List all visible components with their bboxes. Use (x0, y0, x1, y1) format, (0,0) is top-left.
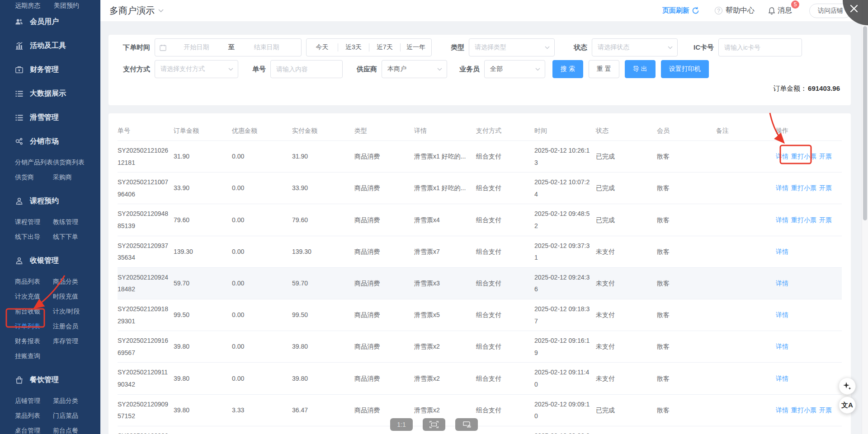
sidebar-item-分销产品列表[interactable]: 分销产品列表 (15, 155, 53, 170)
fit-screen-button[interactable] (423, 418, 445, 431)
invoice-link[interactable]: 开票 (819, 216, 832, 224)
table-row: SY2025021210261218131.900.0031.90商品消费滑雪票… (118, 140, 842, 172)
bigdata-icon (15, 89, 24, 98)
quick-range-今天[interactable]: 今天 (307, 43, 338, 51)
messages-button[interactable]: 消息 5 (768, 6, 792, 15)
sidebar-item-前台收银[interactable]: 前台收银 (15, 304, 53, 319)
ic-card-input[interactable] (718, 38, 802, 56)
cell-paid: 39.80 (292, 337, 354, 356)
sidebar-item-计次充值[interactable]: 计次充值 (15, 289, 53, 304)
cell-member: 散客 (657, 274, 716, 293)
sidebar-link-远期房态[interactable]: 远期房态 (15, 2, 40, 10)
sidebar-section-大数据展示[interactable]: 大数据展示 (0, 82, 100, 106)
sidebar-item-桌台管理[interactable]: 桌台管理 (15, 423, 53, 434)
sidebar-section-收银管理[interactable]: 收银管理 (0, 249, 100, 273)
sidebar-section-会员用户[interactable]: 会员用户 (0, 10, 100, 34)
quick-range-近7天[interactable]: 近7天 (369, 43, 400, 51)
sidebar-item-教练管理[interactable]: 教练管理 (53, 215, 100, 229)
invoice-link[interactable]: 开票 (819, 406, 832, 414)
sidebar-item-线下下单[interactable]: 线下下单 (53, 229, 100, 244)
cell-pay_method: 组合支付 (476, 147, 534, 166)
sidebar-item-菜品分类[interactable]: 菜品分类 (53, 393, 100, 408)
merchant-switcher[interactable]: 多商户演示 (109, 5, 164, 17)
sidebar-item-课程管理[interactable]: 课程管理 (15, 215, 53, 229)
detail-link[interactable]: 详情 (776, 311, 788, 318)
sidebar-item-线下出导[interactable]: 线下出导 (15, 229, 53, 244)
sidebar-section-label: 滑雪管理 (30, 113, 59, 122)
vertical-scrollbar[interactable] (862, 0, 868, 434)
quick-range-近3天[interactable]: 近3天 (338, 43, 369, 51)
cell-discount: 0.00 (232, 432, 292, 434)
cell-order_no: SY20250212090957152 (118, 395, 174, 426)
sidebar-section-滑雪管理[interactable]: 滑雪管理 (0, 106, 100, 130)
detail-link[interactable]: 详情 (776, 406, 788, 414)
pay-method-label: 支付方式 (119, 65, 150, 74)
sidebar-item-商品分类[interactable]: 商品分类 (53, 274, 100, 289)
detail-link[interactable]: 详情 (776, 375, 788, 382)
cell-time: 2025-02-12 09:24:36 (534, 268, 596, 299)
reprint-link[interactable]: 重打小票 (791, 406, 816, 414)
detail-link[interactable]: 详情 (776, 216, 788, 224)
cell-type: 商品消费 (354, 369, 414, 388)
sidebar-item-挂账查询[interactable]: 挂账查询 (15, 349, 53, 364)
sidebar-section-活动及工具[interactable]: 活动及工具 (0, 34, 100, 58)
detail-link[interactable]: 详情 (776, 343, 788, 350)
sidebar-item-前台点餐[interactable]: 前台点餐 (53, 423, 100, 434)
detail-link[interactable]: 详情 (776, 153, 788, 160)
ai-assistant-button[interactable] (839, 378, 856, 395)
sidebar-section-label: 分销市场 (30, 137, 59, 146)
date-range-picker[interactable]: 开始日期 至 结束日期 (155, 38, 302, 56)
cell-paid: 39.80 (292, 369, 354, 388)
sidebar-item-采购商[interactable]: 采购商 (53, 170, 100, 185)
salesman-select[interactable]: 全部 (484, 60, 545, 78)
sidebar-item-供货商列表[interactable]: 供货商列表 (53, 155, 100, 170)
sidebar-section-财务管理[interactable]: 财务管理 (0, 58, 100, 82)
sidebar-item-注册会员[interactable]: 注册会员 (53, 319, 100, 334)
sidebar-item-商品列表[interactable]: 商品列表 (15, 274, 53, 289)
export-button[interactable]: 导 出 (625, 60, 656, 78)
cell-status: 未支付 (596, 369, 657, 388)
sidebar-section-餐饮管理[interactable]: 餐饮管理 (0, 368, 100, 392)
cell-pay_method: 组合支付 (476, 432, 534, 434)
sidebar-item-门店菜品[interactable]: 门店菜品 (53, 408, 100, 423)
scrollbar-thumb[interactable] (863, 26, 867, 220)
order-no-input[interactable] (270, 60, 343, 78)
ratio-1-1-button[interactable]: 1:1 (390, 418, 413, 431)
reset-button[interactable]: 重 置 (589, 60, 619, 78)
detail-link[interactable]: 详情 (776, 280, 788, 287)
reprint-link[interactable]: 重打小票 (791, 153, 816, 160)
supplier-select[interactable]: 本商户 (382, 60, 447, 78)
reprint-link[interactable]: 重打小票 (791, 184, 816, 191)
cell-pay_method: 组合支付 (476, 401, 534, 420)
refresh-page-button[interactable]: 页面刷新 (662, 6, 699, 15)
sidebar-item-财务报表[interactable]: 财务报表 (15, 334, 53, 349)
sidebar-section-分销市场[interactable]: 分销市场 (0, 130, 100, 154)
sidebar-item-订单列表[interactable]: 订单列表 (15, 319, 53, 334)
quick-range-近一年[interactable]: 近一年 (400, 43, 431, 51)
status-select[interactable]: 请选择状态 (592, 38, 678, 56)
detail-link[interactable]: 详情 (776, 184, 788, 191)
sidebar-link-美团预约[interactable]: 美团预约 (54, 2, 79, 10)
sidebar-item-库存管理[interactable]: 库存管理 (53, 334, 100, 349)
screenshot-button[interactable] (455, 418, 478, 431)
sidebar-section-课程预约[interactable]: 课程预约 (0, 189, 100, 213)
sidebar-item-时段充值[interactable]: 时段充值 (53, 289, 100, 304)
invoice-link[interactable]: 开票 (819, 184, 832, 191)
search-button[interactable]: 搜 索 (552, 60, 583, 78)
invoice-link[interactable]: 开票 (819, 153, 832, 160)
pay-method-select[interactable]: 请选择支付方式 (155, 60, 238, 78)
table-row: SY2025021209166956739.800.0039.80商品消费滑雪票… (118, 331, 842, 362)
printer-setup-button[interactable]: 设置打印机 (661, 60, 709, 78)
reprint-link[interactable]: 重打小票 (791, 216, 816, 224)
screenshot-scissors-icon (462, 421, 471, 428)
cashier-icon (15, 257, 24, 265)
sidebar-item-店铺管理[interactable]: 店铺管理 (15, 393, 53, 408)
type-select[interactable]: 请选择类型 (469, 38, 555, 56)
sidebar-item-供货商[interactable]: 供货商 (15, 170, 53, 185)
help-center-button[interactable]: ? 帮助中心 (715, 6, 755, 15)
sidebar-item-计次/时段[interactable]: 计次/时段 (53, 304, 100, 319)
cell-member: 散客 (657, 242, 716, 261)
sidebar-item-菜品列表[interactable]: 菜品列表 (15, 408, 53, 423)
detail-link[interactable]: 详情 (776, 248, 788, 255)
translate-button[interactable]: 文A (839, 397, 856, 414)
